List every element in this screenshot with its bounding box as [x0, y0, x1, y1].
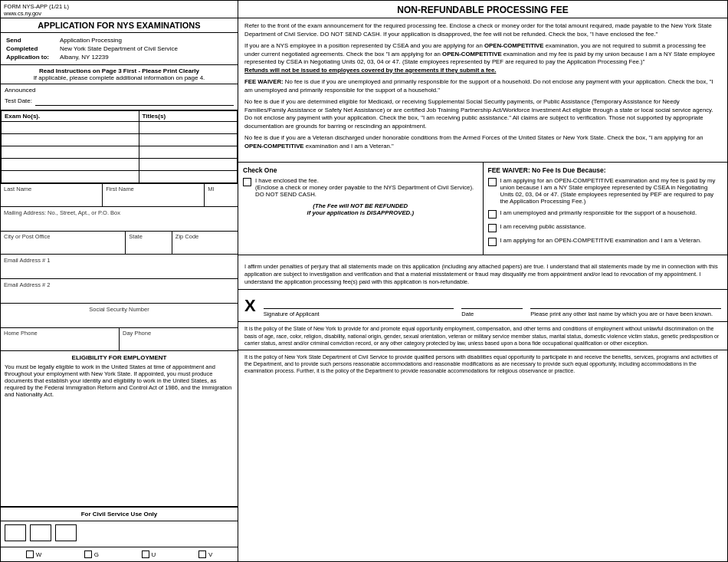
- email2-label: Email Address # 2: [4, 281, 234, 288]
- name-block: Last Name First Name MI: [1, 184, 238, 207]
- send-value: Application Processing: [58, 36, 234, 44]
- eligibility-block: ELIGIBILITY FOR EMPLOYMENT You must be l…: [1, 351, 238, 507]
- date-label: Date: [461, 311, 523, 317]
- fee-waiver-option3-text: I am receiving public assistance.: [500, 223, 586, 230]
- fee-waiver-checkbox1[interactable]: [488, 178, 497, 186]
- fee-waiver-section: FEE WAIVER: No Fee Is Due Because: I am …: [484, 163, 728, 255]
- date-group: Date: [461, 294, 523, 317]
- checkbox-v[interactable]: V: [198, 550, 212, 558]
- email1-input[interactable]: [4, 265, 234, 276]
- eligibility-text: You must be legally eligible to work in …: [5, 363, 234, 398]
- mi-input[interactable]: [208, 194, 234, 205]
- last-name-input[interactable]: [4, 194, 99, 205]
- para2-refunds: Refunds will not be issued to employees …: [244, 67, 496, 74]
- fee-waiver-no-fee-title: FEE WAIVER: No Fee Is Due Because:: [488, 166, 723, 174]
- last-name-line[interactable]: [530, 294, 721, 309]
- home-phone-input[interactable]: [4, 338, 116, 349]
- fee-waiver-option3: I am receiving public assistance.: [488, 223, 723, 232]
- read-instructions-line2: If applicable, please complete additiona…: [4, 74, 234, 81]
- test-date-field[interactable]: [35, 95, 234, 106]
- exam-no-cell[interactable]: [2, 159, 139, 171]
- ssn-block: Social Security Number: [1, 304, 238, 328]
- fee-waiver-option1-text: I am applying for an OPEN-COMPETITIVE ex…: [500, 177, 723, 205]
- application-to-value: Albany, NY 12239: [58, 53, 234, 61]
- check-section: Check One I have enclosed the fee. (Encl…: [238, 162, 727, 255]
- titles-cell[interactable]: [139, 171, 237, 183]
- checkbox-u[interactable]: U: [142, 550, 156, 558]
- home-phone-label: Home Phone: [4, 330, 116, 337]
- titles-cell[interactable]: [139, 159, 237, 171]
- sig-line-group: Signature of Applicant: [264, 294, 454, 317]
- zip-cell: Zip Code: [172, 232, 238, 254]
- exam-no-cell[interactable]: [2, 146, 139, 159]
- civil-service-box-2: [30, 524, 51, 541]
- announced-block: Announced Test Date:: [1, 84, 238, 110]
- checkbox-g-box[interactable]: [84, 550, 92, 558]
- first-name-input[interactable]: [106, 194, 201, 205]
- form-id: FORM NYS-APP (1/21 L): [4, 3, 234, 10]
- state-label: State: [129, 233, 168, 240]
- fee-waiver-checkbox3[interactable]: [488, 224, 497, 232]
- titles-cell[interactable]: [139, 122, 237, 134]
- checkbox-v-label: V: [208, 551, 212, 558]
- check-option1-text: I have enclosed the fee. (Enclose a chec…: [255, 177, 474, 198]
- email2-input[interactable]: [4, 290, 234, 301]
- sig-x-symbol: X: [244, 297, 256, 317]
- affirm-text: I affirm under penalties of perjury that…: [244, 263, 718, 285]
- last-name-group: Please print any other last name by whic…: [530, 294, 721, 317]
- exam-no-cell[interactable]: [2, 134, 139, 146]
- fee-waiver-option4: I am applying for an OPEN-COMPETITIVE ex…: [488, 237, 723, 246]
- fee-waiver-checkbox4[interactable]: [488, 238, 497, 246]
- checkbox-w-box[interactable]: [26, 550, 34, 558]
- city-label: City or Post Office: [4, 233, 122, 240]
- mi-label: MI: [208, 186, 234, 192]
- titles-cell[interactable]: [139, 146, 237, 159]
- date-line[interactable]: [461, 294, 523, 309]
- no-fee-medicaid: No fee is due if you are determined elig…: [244, 98, 721, 130]
- no-fee-veteran-bold: OPEN-COMPETITIVE: [244, 143, 304, 150]
- day-phone-cell: Day Phone: [120, 328, 238, 350]
- titles-cell[interactable]: [139, 134, 237, 146]
- first-name-label: First Name: [106, 186, 201, 192]
- para2-bold2: OPEN-COMPETITIVE: [442, 51, 502, 58]
- enclose-fee-checkbox[interactable]: [243, 178, 251, 186]
- civil-service-box-3: [55, 524, 77, 541]
- city-input[interactable]: [4, 242, 122, 252]
- exam-no-cell[interactable]: [2, 122, 139, 134]
- sig-label: Signature of Applicant: [264, 311, 320, 317]
- signature-line[interactable]: [264, 294, 454, 309]
- form-header: FORM NYS-APP (1/21 L) www.cs.ny.gov: [1, 1, 238, 18]
- checkbox-u-box[interactable]: [142, 550, 149, 558]
- no-fee-veteran-end: examination and I am a Veteran.": [304, 143, 394, 150]
- day-phone-input[interactable]: [123, 338, 234, 349]
- application-to-label: Application to:: [5, 53, 58, 61]
- fee-waiver-checkbox2[interactable]: [488, 210, 497, 219]
- mailing-address-block: Mailing Address: No., Street, Apt., or P…: [1, 207, 238, 232]
- para1: Refer to the front of the exam announcem…: [244, 22, 721, 38]
- civil-service-label: For Civil Service Use Only: [1, 508, 238, 521]
- state-input[interactable]: [129, 242, 168, 252]
- ssn-input[interactable]: [4, 314, 234, 325]
- checkbox-w[interactable]: W: [26, 550, 42, 558]
- first-name-cell: First Name: [103, 184, 205, 206]
- checkbox-g[interactable]: G: [84, 550, 99, 558]
- last-name-label: Please print any other last name by whic…: [530, 311, 721, 317]
- read-instructions: Read Instructions on Page 3 First - Plea…: [1, 65, 238, 84]
- right-column: NON-REFUNDABLE PROCESSING FEE Refer to t…: [238, 1, 727, 561]
- mi-cell: MI: [205, 184, 238, 206]
- city-cell: City or Post Office: [1, 232, 126, 254]
- form-title: APPLICATION FOR NYS EXAMINATIONS: [1, 18, 238, 33]
- para2: If you are a NYS employee in a position …: [244, 42, 721, 74]
- zip-input[interactable]: [175, 242, 234, 252]
- city-state-zip-block: City or Post Office State Zip Code: [1, 232, 238, 255]
- fee-waiver-title: FEE WAIVER:: [244, 78, 284, 85]
- exam-no-cell[interactable]: [2, 171, 139, 183]
- fee-waiver-text: No fee is due if you are unemployed and …: [244, 78, 713, 94]
- civil-service-section: For Civil Service Use Only W G U: [1, 507, 238, 561]
- eligibility-title: ELIGIBILITY FOR EMPLOYMENT: [5, 354, 234, 361]
- ssn-label: Social Security Number: [4, 306, 234, 313]
- checkbox-u-label: U: [152, 551, 156, 558]
- mailing-address-input[interactable]: [4, 218, 234, 228]
- no-fee-veteran-text: No fee is due if you are a Veteran disch…: [244, 134, 703, 141]
- checkbox-v-box[interactable]: [198, 550, 206, 558]
